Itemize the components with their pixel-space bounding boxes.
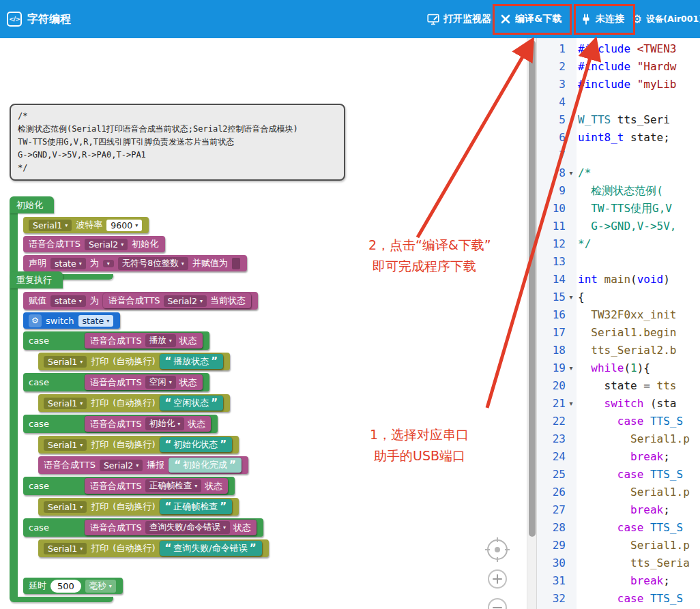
block-group-init[interactable]: 初始化Serial1▾波特率9600▾语音合成TTSSerial2▾初始化声明s… xyxy=(10,196,247,280)
statement-block[interactable]: 语音合成TTSSerial2▾初始化 xyxy=(23,236,165,252)
line-number: 17 xyxy=(537,324,566,342)
number-input[interactable]: 500 xyxy=(50,580,81,593)
value-block[interactable]: 语音合成TTS查询失败/命令错误▾状态 xyxy=(85,520,257,535)
statement-block[interactable]: 语音合成TTSSerial2▾播报“初始化完成” xyxy=(38,456,248,474)
line-number: 14 xyxy=(537,271,566,288)
statement-block[interactable]: Serial1▾打印(自动换行)“播放状态” xyxy=(38,353,230,370)
block-label: 播报 xyxy=(147,459,164,471)
dropdown-field[interactable]: 毫秒▾ xyxy=(85,580,116,593)
value-block[interactable]: “播放状态” xyxy=(160,354,224,369)
string-literal[interactable]: “播放状态” xyxy=(165,355,218,368)
value-block[interactable]: 语音合成TTS初始化▾状态 xyxy=(85,416,211,432)
fold-marker-icon[interactable]: ▾ xyxy=(566,359,577,377)
block-workspace[interactable]: /* 检测状态范例(Serial1打印语音合成当前状态;Serial2控制语音合… xyxy=(0,38,527,609)
dropdown-field[interactable]: Serial1▾ xyxy=(44,398,87,409)
statement-block[interactable]: case语音合成TTS空闲▾状态 xyxy=(23,373,209,391)
code-line: 10 TW-TTS使用G,V xyxy=(537,200,700,218)
dropdown-field[interactable]: Serial1▾ xyxy=(44,356,87,368)
zoom-reset-button[interactable] xyxy=(485,537,510,562)
comment-line: G->GND,V->5V,R->PA0,T->PA1 xyxy=(18,149,337,162)
dropdown-field[interactable]: ▾ xyxy=(103,260,114,267)
code-line: 32 case TTS_S xyxy=(537,590,700,608)
statement-block[interactable]: 延时500毫秒▾ xyxy=(23,578,123,594)
code-editor[interactable]: 1#include <TWEN32#include "Hardw3#includ… xyxy=(536,38,700,609)
comment-block[interactable]: /* 检测状态范例(Serial1打印语音合成当前状态;Serial2控制语音合… xyxy=(10,104,345,181)
dropdown-field[interactable]: 9600▾ xyxy=(106,220,142,231)
statement-block[interactable]: case语音合成TTS查询失败/命令错误▾状态 xyxy=(23,518,263,537)
string-literal[interactable]: “初始化完成” xyxy=(174,459,236,471)
dropdown-field[interactable]: 正确帧检查▾ xyxy=(145,479,202,492)
block-header: 初始化 xyxy=(10,196,54,213)
fold-marker-icon[interactable]: ▾ xyxy=(566,288,577,306)
zoom-in-button[interactable] xyxy=(488,570,506,588)
dropdown-field[interactable]: Serial2▾ xyxy=(85,239,128,250)
code-line: 30 tts_Seria xyxy=(537,554,700,572)
dropdown-field[interactable]: state▾ xyxy=(50,295,86,307)
value-block[interactable]: 语音合成TTS正确帧检查▾状态 xyxy=(85,478,228,494)
dropdown-field[interactable]: 无符号8位整数▾ xyxy=(118,257,188,270)
annotation-text: 即可完成程序下载 xyxy=(368,256,491,277)
fold-marker-icon[interactable]: ▾ xyxy=(566,164,577,182)
block-group-loop[interactable]: 重复执行赋值state▾为语音合成TTSSerial2▾当前状态⚙switchs… xyxy=(10,271,269,602)
string-literal[interactable]: “初始化状态” xyxy=(165,439,227,451)
value-block[interactable]: 语音合成TTS空闲▾状态 xyxy=(85,374,203,390)
line-number: 10 xyxy=(537,200,566,218)
value-block[interactable]: 语音合成TTS播放▾状态 xyxy=(85,333,203,348)
dropdown-field[interactable]: 播放▾ xyxy=(145,334,176,347)
block-label: 为 xyxy=(90,257,99,269)
value-block[interactable]: “正确帧检查” xyxy=(160,499,233,514)
open-monitor-button[interactable]: 打开监视器 xyxy=(427,0,491,38)
code-line: 2#include "Hardw xyxy=(537,58,700,76)
statement-block[interactable]: case语音合成TTS初始化▾状态 xyxy=(23,415,218,433)
statement-block[interactable]: ⚙switchstate▾ xyxy=(23,312,120,329)
line-number: 8 xyxy=(537,164,566,182)
value-block[interactable]: “初始化状态” xyxy=(160,437,233,452)
fold-marker-icon[interactable]: ▾ xyxy=(566,395,577,413)
string-literal[interactable]: “正确帧检查” xyxy=(165,501,227,513)
scrollbar-thumb[interactable] xyxy=(529,40,536,537)
fold-marker-icon xyxy=(566,253,577,271)
dropdown-field[interactable]: state▾ xyxy=(50,258,86,269)
statement-block[interactable]: Serial1▾打印(自动换行)“查询失败/命令错误” xyxy=(38,539,269,557)
fold-marker-icon xyxy=(566,235,577,253)
statement-block[interactable]: Serial1▾打印(自动换行)“正确帧检查” xyxy=(38,498,239,516)
vertical-scrollbar[interactable] xyxy=(527,38,536,609)
statement-block[interactable]: Serial1▾波特率9600▾ xyxy=(23,217,149,233)
string-literal[interactable]: “空闲状态” xyxy=(165,397,218,409)
block-label: 波特率 xyxy=(76,219,102,231)
block-label: 并赋值为 xyxy=(192,257,228,269)
dropdown-field[interactable]: Serial1▾ xyxy=(29,220,72,231)
dropdown-field[interactable]: 查询失败/命令错误▾ xyxy=(145,521,230,534)
fold-marker-icon xyxy=(566,342,577,359)
value-block[interactable]: “初始化完成” xyxy=(169,458,242,473)
statement-block[interactable]: case语音合成TTS正确帧检查▾状态 xyxy=(23,477,235,495)
dropdown-field[interactable]: Serial1▾ xyxy=(44,543,87,554)
zoom-controls xyxy=(482,533,513,609)
dropdown-field[interactable]: Serial1▾ xyxy=(44,439,87,451)
statement-block[interactable]: Serial1▾打印(自动换行)“初始化状态” xyxy=(38,436,239,454)
mutator-gear-icon[interactable]: ⚙ xyxy=(29,314,42,327)
empty-socket[interactable] xyxy=(232,258,240,269)
device-button[interactable]: ⚙ 设备(Air001) xyxy=(632,0,700,38)
highlight-box-connect xyxy=(574,4,635,35)
dropdown-field[interactable]: Serial2▾ xyxy=(164,295,207,307)
zoom-out-button[interactable] xyxy=(488,599,506,609)
statement-block[interactable]: case语音合成TTS播放▾状态 xyxy=(23,331,209,350)
dropdown-field[interactable]: state▾ xyxy=(78,315,114,327)
line-number: 7 xyxy=(537,147,566,164)
string-literal[interactable]: “查询失败/命令错误” xyxy=(165,542,257,554)
dropdown-field[interactable]: Serial1▾ xyxy=(44,501,87,513)
code-line: 11 G->GND,V->5V, xyxy=(537,218,700,235)
statement-block[interactable]: 赋值state▾为语音合成TTSSerial2▾当前状态 xyxy=(23,292,258,310)
statement-block[interactable]: 声明state▾为▾无符号8位整数▾并赋值为 xyxy=(23,255,247,271)
value-block[interactable]: “空闲状态” xyxy=(160,396,224,411)
block-label: (自动换行) xyxy=(113,542,155,554)
dropdown-field[interactable]: 初始化▾ xyxy=(145,417,185,430)
dropdown-field[interactable]: 空闲▾ xyxy=(145,376,176,389)
statement-block[interactable]: Serial1▾打印(自动换行)“空闲状态” xyxy=(38,394,230,412)
block-label: case xyxy=(29,481,49,491)
value-block[interactable]: “查询失败/命令错误” xyxy=(160,541,262,556)
value-block[interactable]: 语音合成TTSSerial2▾当前状态 xyxy=(103,293,251,308)
dropdown-field[interactable]: Serial2▾ xyxy=(100,460,143,471)
code-line: 24 break; xyxy=(537,448,700,466)
